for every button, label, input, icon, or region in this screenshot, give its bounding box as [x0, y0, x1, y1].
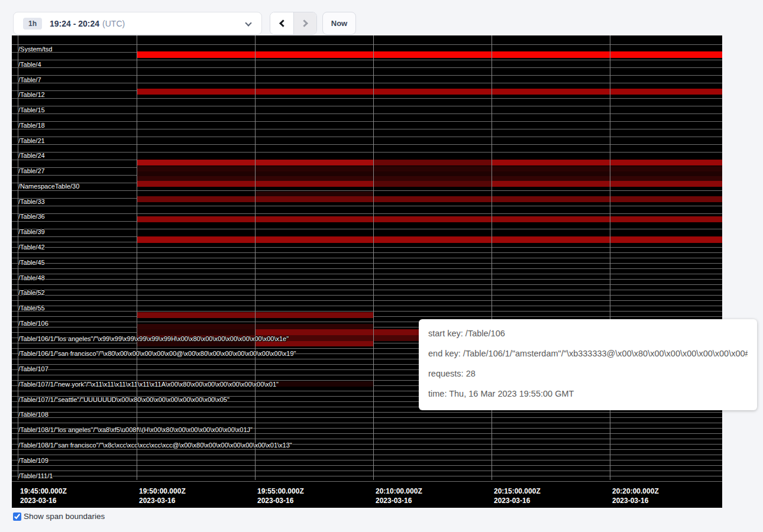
heat-band — [137, 236, 722, 243]
row-label: /Table/107/1/"new york"/"\x11\x11\x11\x1… — [18, 380, 279, 388]
tooltip-start-key-value: /Table/106 — [465, 329, 505, 338]
row-label: /Table/33 — [18, 197, 45, 206]
row-label: /Table/108/1/"los angeles"/"\xa8\xf5\u00… — [18, 426, 253, 434]
row-label: /Table/109 — [18, 456, 49, 465]
heat-band — [137, 89, 722, 95]
row-label: /Table/24 — [18, 151, 45, 160]
axis-time-label: 20:20:00.000Z — [612, 487, 659, 496]
span-boundary-line — [12, 274, 722, 274]
tooltip-requests-value: 28 — [466, 369, 476, 378]
tooltip-start-key: start key: /Table/106 — [428, 327, 748, 340]
row-label: /Table/42 — [18, 243, 45, 251]
chevron-down-icon — [245, 20, 251, 26]
span-boundary-line — [12, 206, 722, 206]
row-label: /Table/107 — [18, 365, 49, 373]
span-boundary-line — [12, 129, 722, 129]
row-label: /Table/21 — [18, 137, 45, 145]
span-boundary-line — [12, 121, 722, 122]
tooltip-end-key-label: end key: — [428, 349, 461, 358]
row-label: /Table/52 — [18, 288, 45, 297]
span-boundary-line — [12, 190, 722, 191]
span-boundary-line — [12, 439, 722, 439]
axis-date-label: 2023-03-16 — [494, 497, 530, 505]
range-text: 19:24 - 20:24 — [50, 19, 99, 28]
span-boundary-line — [12, 306, 722, 306]
heat-band — [492, 160, 722, 166]
row-label: /Table/111/1 — [18, 472, 53, 480]
time-gridline — [492, 35, 492, 480]
row-label: /Table/107/1/"seattle"/"UUUUUUD\x00\x80\… — [18, 395, 229, 404]
tooltip-start-key-label: start key: — [428, 329, 463, 338]
span-boundary-line — [12, 113, 722, 114]
span-boundary-line — [12, 137, 722, 137]
axis-time-label: 19:45:00.000Z — [20, 487, 67, 496]
span-boundary-line — [12, 268, 722, 269]
tooltip-time: time: Thu, 16 Mar 2023 19:55:00 GMT — [428, 388, 748, 400]
chevron-left-icon — [279, 20, 287, 27]
next-time-button-disabled[interactable] — [293, 12, 316, 34]
chevron-right-icon — [300, 20, 308, 27]
prev-time-button[interactable] — [270, 12, 293, 34]
time-nav-group — [270, 12, 317, 35]
span-tooltip: start key: /Table/106 end key: /Table/10… — [419, 319, 757, 410]
axis-date-label: 2023-03-16 — [257, 497, 293, 505]
time-gridline — [255, 35, 256, 480]
heat-band — [137, 216, 722, 222]
row-label: /Table/55 — [18, 304, 45, 312]
axis-time-label: 20:15:00.000Z — [494, 487, 541, 496]
row-label: /NamespaceTable/30 — [18, 182, 79, 190]
span-boundary-line — [12, 481, 722, 482]
row-label: /Table/39 — [18, 228, 45, 236]
span-boundary-line — [12, 144, 722, 145]
heat-band — [137, 51, 722, 58]
span-boundary-line — [12, 252, 722, 253]
heat-band — [137, 171, 722, 176]
show-span-boundaries-checkbox[interactable] — [13, 512, 21, 521]
span-boundary-line — [12, 290, 722, 290]
row-label: /Table/4 — [18, 60, 41, 69]
row-label: /Table/45 — [18, 258, 45, 267]
heat-band — [492, 181, 722, 187]
heat-band — [373, 160, 492, 166]
tooltip-end-key: end key: /Table/106/1/"amsterdam"/"\xb33… — [428, 348, 748, 360]
time-gridline — [610, 35, 610, 480]
heat-band — [373, 181, 492, 187]
span-boundary-line — [12, 67, 722, 68]
span-boundary-line — [12, 258, 722, 258]
row-label: /Table/108/1/"san francisco"/"\x8c\xcc\x… — [18, 441, 292, 449]
row-label: /Table/48 — [18, 274, 45, 282]
row-label: /Table/18 — [18, 121, 45, 129]
row-label: /Table/12 — [18, 90, 45, 99]
row-label: /Table/36 — [18, 212, 45, 220]
show-span-boundaries-toggle[interactable]: Show span boundaries — [13, 512, 105, 521]
span-boundary-line — [12, 279, 722, 280]
span-boundary-line — [12, 300, 722, 301]
row-label: /Table/7 — [18, 76, 41, 84]
span-boundary-line — [12, 75, 722, 76]
axis-time-label: 20:10:00.000Z — [376, 487, 422, 496]
tooltip-requests: requests: 28 — [428, 368, 748, 380]
axis-time-label: 19:50:00.000Z — [139, 487, 186, 496]
span-boundary-line — [12, 98, 722, 99]
time-gridline — [373, 35, 374, 480]
span-boundary-line — [12, 263, 722, 264]
range-duration-badge: 1h — [23, 18, 42, 30]
span-boundary-line — [12, 60, 722, 60]
axis-date-label: 2023-03-16 — [612, 497, 648, 505]
span-boundary-line — [12, 106, 722, 106]
heat-band — [137, 196, 722, 202]
tooltip-end-key-value: /Table/106/1/"amsterdam"/"\xb333333@\x00… — [463, 349, 748, 358]
axis-date-label: 2023-03-16 — [376, 497, 412, 505]
row-label: /System/tsd — [18, 45, 52, 53]
time-range-selector[interactable]: 1h 19:24 - 20:24 (UTC) — [13, 12, 262, 35]
axis-date-label: 2023-03-16 — [20, 497, 56, 505]
span-boundary-line — [12, 417, 722, 418]
span-boundary-line — [12, 455, 722, 455]
row-label: /Table/106/1/"los angeles"/"\x99\x99\x99… — [18, 335, 289, 343]
span-boundary-line — [12, 423, 722, 423]
span-boundary-line — [12, 83, 722, 83]
tooltip-time-value: Thu, 16 Mar 2023 19:55:00 GMT — [449, 389, 574, 398]
now-button[interactable]: Now — [322, 12, 356, 35]
heatmap-canvas[interactable]: 19:45:00.000Z2023-03-1619:50:00.000Z2023… — [12, 35, 722, 508]
axis-date-label: 2023-03-16 — [139, 497, 175, 505]
